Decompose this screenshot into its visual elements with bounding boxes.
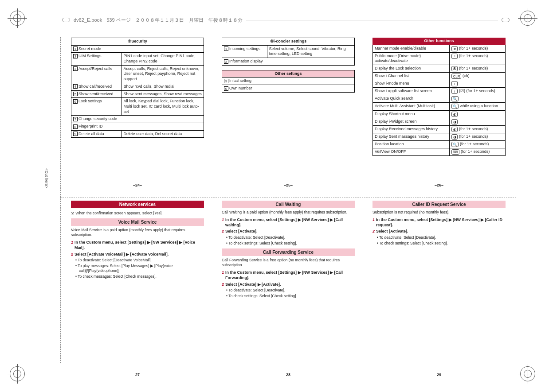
function-key: i bbox=[450, 80, 506, 88]
function-label: Show i-mode menu bbox=[373, 80, 450, 88]
function-label: Show i-Channel list bbox=[373, 73, 450, 80]
call-waiting-title: Call Waiting bbox=[222, 201, 355, 208]
function-key: i (☑) (for 1+ seconds) bbox=[450, 88, 506, 95]
keycap-icon: 🔍 bbox=[451, 142, 459, 147]
table-row: Display Sent massages history◑ (for 1+ s… bbox=[373, 133, 506, 140]
panel-27: Network services ※ When the confirmation… bbox=[71, 201, 204, 378]
keycap-icon: 🔍 bbox=[451, 104, 459, 109]
table-row: Show i-mode menui bbox=[373, 80, 506, 88]
call-forwarding-title: Call Forwarding Service bbox=[222, 248, 355, 256]
registration-target-icon bbox=[520, 366, 535, 381]
function-key: ◑ (for 1+ seconds) bbox=[450, 133, 506, 140]
keycap-icon: 🔍 bbox=[451, 96, 459, 101]
panel-29: Caller ID Request Service Subscription i… bbox=[372, 201, 506, 378]
table-row: Show i-αppli software list screeni (☑) (… bbox=[373, 88, 506, 95]
keycap-icon: i bbox=[451, 81, 458, 86]
table-row: Display i-Widget screen◑ bbox=[373, 118, 506, 125]
function-key: # (for 1+ seconds) bbox=[450, 45, 506, 52]
caller-id-title: Caller ID Request Service bbox=[372, 201, 506, 208]
function-label: Display Received messages history bbox=[373, 125, 450, 133]
function-label: Display Shortcut menu bbox=[373, 110, 450, 118]
table-row: Activate Quick search🔍 bbox=[373, 95, 506, 103]
ns-note: ※ When the confirmation screen appears, … bbox=[71, 211, 204, 216]
function-key: 🔍 bbox=[450, 95, 506, 103]
caller-id-note: Subscription is not required (no monthly… bbox=[372, 210, 506, 215]
page-number: –26– bbox=[372, 183, 506, 188]
cut-line-vertical bbox=[60, 37, 61, 363]
function-key: ◐ bbox=[450, 110, 506, 118]
function-label: Manner mode enable/disable bbox=[373, 45, 450, 52]
panel-26: Other functions Manner mode enable/disab… bbox=[372, 38, 506, 188]
function-label: Display Sent massages history bbox=[373, 133, 450, 140]
voice-mail-title: Voice Mail Service bbox=[71, 218, 204, 226]
page-number: –24– bbox=[71, 183, 204, 188]
other-functions-header: Other functions bbox=[372, 38, 506, 45]
registration-target-icon bbox=[520, 11, 535, 26]
page-number: –27– bbox=[71, 373, 204, 378]
network-services-title: Network services bbox=[71, 201, 204, 208]
table-row: Display Shortcut menu◐ bbox=[373, 110, 506, 118]
other-settings-table: Other settings 9Initial setting 0Own num… bbox=[222, 70, 355, 93]
iconcier-header: ⑧i-concier settings bbox=[222, 38, 355, 46]
function-label: Public mode (Drive mode) activate/deacti… bbox=[373, 52, 450, 65]
keycap-icon: i bbox=[451, 89, 458, 94]
panel-25: ⑧i-concier settings 1Incoming settingsSe… bbox=[222, 38, 355, 188]
header-filename: dv62_E.book bbox=[74, 17, 102, 23]
registration-target-icon bbox=[10, 366, 25, 381]
other-functions-table: Manner mode enable/disable# (for 1+ seco… bbox=[372, 45, 506, 156]
page-number: –28– bbox=[222, 373, 355, 378]
table-row: Show i-Channel listCLR (ch) bbox=[373, 73, 506, 80]
cut-here-label: <Cut here> bbox=[44, 168, 49, 188]
function-key: ⦿ (for 1+ seconds) bbox=[450, 65, 506, 73]
function-label: Display the Lock selection bbox=[373, 65, 450, 73]
keycap-icon: CLR bbox=[451, 74, 461, 79]
panel-28: Call Waiting Call Waiting is a paid opti… bbox=[222, 201, 355, 378]
table-row: Activate Multi Assistant (Multitask)🔍 wh… bbox=[373, 103, 506, 110]
page-number: –25– bbox=[222, 183, 355, 188]
function-key: 🔍 while using a function bbox=[450, 103, 506, 110]
function-label: Position location bbox=[373, 140, 450, 148]
header-page: 539 ページ bbox=[106, 17, 130, 23]
keycap-icon: ◐ bbox=[451, 127, 458, 132]
security-header: ⑦Security bbox=[71, 38, 204, 46]
function-key: CLR (ch) bbox=[450, 73, 506, 80]
cf-note: Call Forwarding Service is a free option… bbox=[222, 258, 355, 268]
function-label: VeilView ON/OFF bbox=[373, 148, 450, 155]
security-table: ⑦Security 1Secret mode 2UIM SettingsPIN1… bbox=[71, 38, 204, 138]
vms-note: Voice Mail Service is a paid option (mon… bbox=[71, 228, 204, 237]
keycap-icon: ◐ bbox=[451, 112, 458, 117]
cw-note: Call Waiting is a paid option (monthly f… bbox=[222, 210, 355, 215]
keycap-icon: ◑ bbox=[451, 119, 458, 124]
function-label: Display i-Widget screen bbox=[373, 118, 450, 125]
other-settings-header: Other settings bbox=[222, 70, 355, 78]
keycap-icon: ⌨ bbox=[451, 149, 459, 155]
table-row: Public mode (Drive mode) activate/deacti… bbox=[373, 52, 506, 65]
page-number: –29– bbox=[372, 373, 506, 378]
function-key: 🔍 (for 1+ seconds) bbox=[450, 140, 506, 148]
table-row: Display Received messages history◐ (for … bbox=[373, 125, 506, 133]
oval-icon bbox=[62, 18, 70, 22]
table-row: VeilView ON/OFF⌨ (for 1+ seconds) bbox=[373, 148, 506, 155]
function-key: ◐ (for 1+ seconds) bbox=[450, 125, 506, 133]
keycap-icon: ⦿ bbox=[451, 66, 458, 71]
iconcier-table: ⑧i-concier settings 1Incoming settingsSe… bbox=[222, 38, 355, 66]
function-key: ⌨ (for 1+ seconds) bbox=[450, 148, 506, 155]
keycap-icon: * bbox=[451, 54, 458, 59]
function-label: Activate Multi Assistant (Multitask) bbox=[373, 103, 450, 110]
oval-icon bbox=[502, 18, 510, 22]
table-row: Manner mode enable/disable# (for 1+ seco… bbox=[373, 45, 506, 52]
function-label: Show i-αppli software list screen bbox=[373, 88, 450, 95]
table-row: Position location🔍 (for 1+ seconds) bbox=[373, 140, 506, 148]
table-row: Display the Lock selection⦿ (for 1+ seco… bbox=[373, 65, 506, 73]
page-header: dv62_E.book 539 ページ ２００８年１１月３日 月曜日 午後８時１… bbox=[62, 13, 510, 27]
function-label: Activate Quick search bbox=[373, 95, 450, 103]
registration-target-icon bbox=[10, 11, 25, 26]
keycap-icon: # bbox=[451, 46, 458, 51]
function-key: * (for 1+ seconds) bbox=[450, 52, 506, 65]
panel-24: ⑦Security 1Secret mode 2UIM SettingsPIN1… bbox=[71, 38, 204, 188]
header-date: ２００８年１１月３日 月曜日 午後８時１８分 bbox=[135, 17, 243, 23]
function-key: ◑ bbox=[450, 118, 506, 125]
keycap-icon: ◑ bbox=[451, 134, 458, 140]
